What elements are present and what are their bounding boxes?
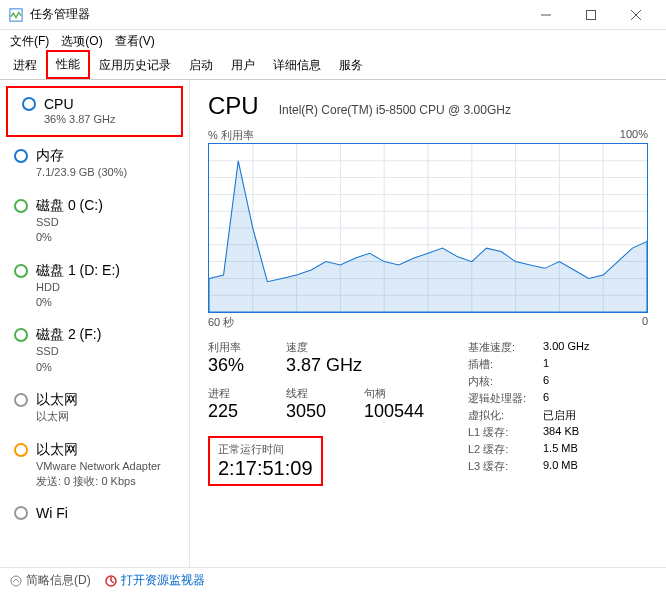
ring-icon: [14, 199, 28, 213]
sidebar-item-title: 磁盘 0 (C:): [36, 197, 103, 215]
spec-lproc-label: 逻辑处理器:: [468, 391, 543, 406]
sidebar-item-sub: SSD: [36, 215, 179, 230]
cpu-chart: [208, 143, 648, 313]
fewer-details-link[interactable]: 简略信息(D): [10, 572, 91, 589]
spec-l1-label: L1 缓存:: [468, 425, 543, 440]
window-title: 任务管理器: [30, 6, 523, 23]
proc-value: 225: [208, 401, 268, 422]
sidebar-item-sub: HDD: [36, 280, 179, 295]
tabbar: 进程 性能 应用历史记录 启动 用户 详细信息 服务: [0, 52, 666, 80]
sidebar-item-1[interactable]: 内存7.1/23.9 GB (30%): [0, 139, 189, 188]
sidebar-item-title: 内存: [36, 147, 64, 165]
spec-l3-label: L3 缓存:: [468, 459, 543, 474]
menubar: 文件(F) 选项(O) 查看(V): [0, 30, 666, 52]
cpu-model: Intel(R) Core(TM) i5-8500 CPU @ 3.00GHz: [279, 103, 511, 117]
sidebar-item-sub2: 0%: [36, 360, 179, 375]
spec-virt-label: 虚拟化:: [468, 408, 543, 423]
sidebar-item-sub: SSD: [36, 344, 179, 359]
close-button[interactable]: [613, 0, 658, 30]
speed-label: 速度: [286, 340, 362, 355]
speed-value: 3.87 GHz: [286, 355, 362, 376]
sidebar-item-4[interactable]: 磁盘 2 (F:)SSD0%: [0, 318, 189, 383]
svg-line-26: [111, 581, 114, 583]
spec-base-label: 基准速度:: [468, 340, 543, 355]
sidebar-item-sub2: 0%: [36, 230, 179, 245]
chart-ymax: 100%: [620, 128, 648, 143]
ring-icon: [14, 149, 28, 163]
tab-users[interactable]: 用户: [222, 52, 264, 79]
spec-base: 3.00 GHz: [543, 340, 589, 355]
app-icon: [8, 7, 24, 23]
spec-l1: 384 KB: [543, 425, 579, 440]
sidebar-item-sub2: 0%: [36, 295, 179, 310]
titlebar: 任务管理器: [0, 0, 666, 30]
sidebar-item-title: 以太网: [36, 391, 78, 409]
spec-sockets-label: 插槽:: [468, 357, 543, 372]
svg-point-23: [11, 576, 21, 586]
open-resmon-link[interactable]: 打开资源监视器: [105, 572, 205, 589]
ring-icon: [14, 443, 28, 457]
sidebar-item-7[interactable]: Wi Fi: [0, 497, 189, 529]
sidebar-item-title: 以太网: [36, 441, 78, 459]
chevron-up-icon: [10, 575, 22, 587]
ring-icon: [14, 393, 28, 407]
thread-label: 线程: [286, 386, 346, 401]
ring-icon: [14, 506, 28, 520]
sidebar-item-sub: 7.1/23.9 GB (30%): [36, 165, 179, 180]
sidebar-item-title: 磁盘 2 (F:): [36, 326, 101, 344]
sidebar-item-title: Wi Fi: [36, 505, 68, 521]
spec-table: 基准速度:3.00 GHz 插槽:1 内核:6 逻辑处理器:6 虚拟化:已启用 …: [468, 340, 648, 486]
handle-label: 句柄: [364, 386, 424, 401]
proc-label: 进程: [208, 386, 268, 401]
uptime-box: 正常运行时间 2:17:51:09: [208, 436, 323, 486]
tab-startup[interactable]: 启动: [180, 52, 222, 79]
menu-view[interactable]: 查看(V): [109, 31, 161, 52]
sidebar-item-sub: 以太网: [36, 409, 179, 424]
sidebar-item-title: 磁盘 1 (D: E:): [36, 262, 120, 280]
fewer-details-label: 简略信息(D): [26, 572, 91, 589]
page-title: CPU: [208, 92, 259, 120]
sidebar-item-sub: VMware Network Adapter: [36, 459, 179, 474]
chart-xright: 0: [642, 315, 648, 330]
sidebar-item-sub: 36% 3.87 GHz: [44, 112, 171, 127]
tab-processes[interactable]: 进程: [4, 52, 46, 79]
spec-cores-label: 内核:: [468, 374, 543, 389]
window-controls: [523, 0, 658, 30]
menu-file[interactable]: 文件(F): [4, 31, 55, 52]
tab-services[interactable]: 服务: [330, 52, 372, 79]
menu-options[interactable]: 选项(O): [55, 31, 108, 52]
sidebar-item-0[interactable]: CPU36% 3.87 GHz: [6, 86, 183, 137]
uptime-label: 正常运行时间: [218, 442, 313, 457]
handle-value: 100544: [364, 401, 424, 422]
ring-icon: [14, 264, 28, 278]
spec-lproc: 6: [543, 391, 549, 406]
main-panel: CPU Intel(R) Core(TM) i5-8500 CPU @ 3.00…: [190, 80, 666, 567]
maximize-button[interactable]: [568, 0, 613, 30]
tab-app-history[interactable]: 应用历史记录: [90, 52, 180, 79]
sidebar-item-title: CPU: [44, 96, 74, 112]
footer: 简略信息(D) 打开资源监视器: [0, 567, 666, 593]
spec-l2: 1.5 MB: [543, 442, 578, 457]
chart-ylabel: % 利用率: [208, 128, 254, 143]
open-resmon-label: 打开资源监视器: [121, 572, 205, 589]
spec-virt: 已启用: [543, 408, 576, 423]
svg-rect-2: [586, 10, 595, 19]
sidebar-item-5[interactable]: 以太网以太网: [0, 383, 189, 432]
resmon-icon: [105, 575, 117, 587]
sidebar-item-6[interactable]: 以太网VMware Network Adapter发送: 0 接收: 0 Kbp…: [0, 433, 189, 498]
sidebar-item-2[interactable]: 磁盘 0 (C:)SSD0%: [0, 189, 189, 254]
spec-sockets: 1: [543, 357, 549, 372]
sidebar-item-3[interactable]: 磁盘 1 (D: E:)HDD0%: [0, 254, 189, 319]
spec-l2-label: L2 缓存:: [468, 442, 543, 457]
chart-xlabel: 60 秒: [208, 315, 234, 330]
minimize-button[interactable]: [523, 0, 568, 30]
ring-icon: [22, 97, 36, 111]
spec-l3: 9.0 MB: [543, 459, 578, 474]
spec-cores: 6: [543, 374, 549, 389]
ring-icon: [14, 328, 28, 342]
util-value: 36%: [208, 355, 268, 376]
thread-value: 3050: [286, 401, 346, 422]
uptime-value: 2:17:51:09: [218, 457, 313, 480]
tab-details[interactable]: 详细信息: [264, 52, 330, 79]
tab-performance[interactable]: 性能: [46, 50, 90, 79]
